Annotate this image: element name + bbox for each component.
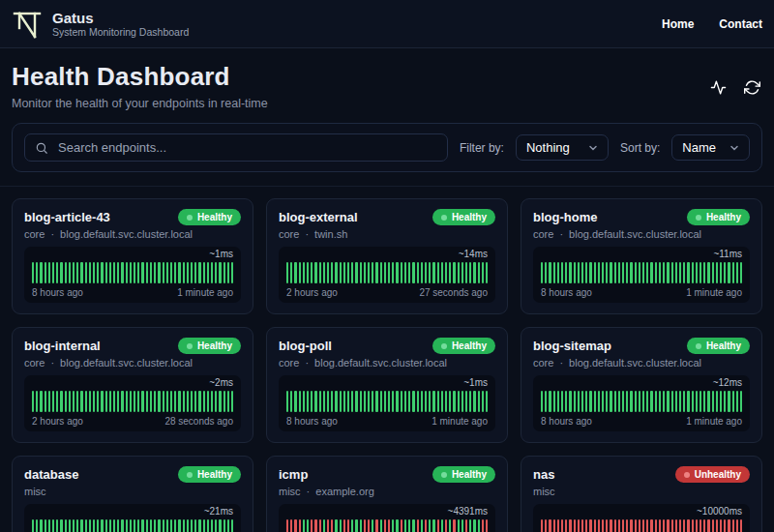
uptime-bar-up[interactable] (85, 391, 87, 412)
uptime-bar-up[interactable] (703, 262, 705, 283)
uptime-bar-up[interactable] (130, 519, 132, 532)
uptime-bar-up[interactable] (355, 262, 357, 283)
uptime-bar-up[interactable] (360, 391, 362, 412)
uptime-bar-down[interactable] (687, 519, 689, 532)
uptime-bar-up[interactable] (154, 391, 156, 412)
uptime-bar-down[interactable] (364, 519, 366, 532)
uptime-bar-up[interactable] (360, 519, 362, 532)
uptime-bar-down[interactable] (610, 519, 611, 532)
uptime-bar-up[interactable] (578, 391, 580, 412)
uptime-bar-up[interactable] (461, 391, 463, 412)
uptime-bar-up[interactable] (478, 519, 480, 532)
uptime-bar-up[interactable] (565, 262, 567, 283)
uptime-bar-up[interactable] (231, 519, 233, 532)
uptime-bar-down[interactable] (622, 519, 624, 532)
uptime-bar-up[interactable] (117, 262, 119, 283)
uptime-bar-up[interactable] (429, 519, 431, 532)
uptime-bar-up[interactable] (331, 262, 333, 283)
uptime-bar-down[interactable] (569, 519, 571, 532)
uptime-bar-down[interactable] (465, 519, 467, 532)
uptime-bar-up[interactable] (327, 391, 329, 412)
uptime-bar-up[interactable] (191, 519, 193, 532)
uptime-bar-up[interactable] (622, 262, 624, 283)
uptime-bar-up[interactable] (219, 262, 221, 283)
uptime-bar-up[interactable] (323, 391, 325, 412)
uptime-bar-up[interactable] (372, 262, 373, 283)
uptime-bar-up[interactable] (52, 262, 54, 283)
uptime-bar-down[interactable] (626, 519, 628, 532)
uptime-bar-up[interactable] (101, 519, 103, 532)
uptime-bar-up[interactable] (557, 262, 559, 283)
uptime-bar-up[interactable] (40, 391, 42, 412)
uptime-bar-down[interactable] (663, 519, 665, 532)
uptime-bar-up[interactable] (207, 262, 209, 283)
uptime-bar-up[interactable] (626, 262, 628, 283)
uptime-bar-down[interactable] (683, 519, 685, 532)
uptime-bar-up[interactable] (347, 391, 349, 412)
uptime-bar-up[interactable] (594, 262, 596, 283)
uptime-bar-down[interactable] (557, 519, 559, 532)
uptime-bar-up[interactable] (380, 391, 382, 412)
uptime-bar-up[interactable] (141, 262, 143, 283)
uptime-bar-up[interactable] (574, 262, 576, 283)
uptime-bar-up[interactable] (327, 262, 329, 283)
endpoint-card[interactable]: blog-sitemap Healthy core · blog.default… (521, 327, 762, 443)
uptime-bar-down[interactable] (635, 519, 637, 532)
uptime-bar-up[interactable] (109, 519, 111, 532)
uptime-bar-up[interactable] (303, 262, 305, 283)
uptime-bar-up[interactable] (598, 391, 600, 412)
uptime-bar-up[interactable] (675, 262, 677, 283)
uptime-bar-up[interactable] (412, 262, 414, 283)
uptime-bar-up[interactable] (89, 519, 91, 532)
uptime-bar-up[interactable] (610, 262, 611, 283)
uptime-bar-down[interactable] (368, 519, 370, 532)
uptime-bar-up[interactable] (384, 262, 386, 283)
uptime-bar-up[interactable] (469, 391, 471, 412)
uptime-bar-up[interactable] (441, 262, 443, 283)
uptime-bar-up[interactable] (432, 519, 434, 532)
uptime-bar-up[interactable] (150, 391, 152, 412)
uptime-bar-up[interactable] (429, 262, 431, 283)
nav-link-home[interactable]: Home (662, 17, 694, 31)
uptime-bar-up[interactable] (286, 262, 288, 283)
uptime-bar-up[interactable] (478, 391, 480, 412)
uptime-bar-up[interactable] (610, 391, 611, 412)
uptime-bar-up[interactable] (578, 262, 580, 283)
uptime-bar-up[interactable] (384, 391, 386, 412)
uptime-bar-up[interactable] (445, 391, 447, 412)
uptime-bar-up[interactable] (375, 262, 377, 283)
uptime-bar-up[interactable] (574, 391, 576, 412)
uptime-bar-up[interactable] (700, 391, 701, 412)
uptime-bar-down[interactable] (639, 519, 640, 532)
refresh-button[interactable] (744, 79, 760, 96)
uptime-bar-up[interactable] (121, 262, 123, 283)
uptime-bar-down[interactable] (720, 519, 722, 532)
uptime-bar-down[interactable] (574, 519, 576, 532)
uptime-bar-up[interactable] (146, 391, 148, 412)
uptime-bar-up[interactable] (340, 262, 342, 283)
uptime-bar-down[interactable] (294, 519, 296, 532)
uptime-bar-up[interactable] (712, 391, 714, 412)
uptime-bar-up[interactable] (40, 262, 42, 283)
uptime-bar-up[interactable] (45, 391, 46, 412)
uptime-bar-up[interactable] (606, 262, 608, 283)
uptime-bar-up[interactable] (401, 262, 402, 283)
uptime-bar-up[interactable] (417, 391, 419, 412)
uptime-bar-up[interactable] (113, 262, 115, 283)
uptime-bar-down[interactable] (740, 519, 742, 532)
uptime-bar-up[interactable] (163, 262, 164, 283)
uptime-bar-up[interactable] (553, 391, 555, 412)
uptime-bar-up[interactable] (692, 391, 694, 412)
uptime-bar-up[interactable] (307, 262, 309, 283)
endpoint-card[interactable]: blog-poll Healthy core · blog.default.sv… (266, 327, 508, 443)
uptime-bar-up[interactable] (80, 391, 82, 412)
uptime-bar-up[interactable] (45, 519, 46, 532)
uptime-bar-up[interactable] (101, 262, 103, 283)
uptime-bar-down[interactable] (675, 519, 677, 532)
uptime-bar-up[interactable] (194, 519, 196, 532)
uptime-bar-up[interactable] (311, 262, 313, 283)
uptime-bar-up[interactable] (158, 391, 160, 412)
uptime-bar-up[interactable] (45, 262, 46, 283)
uptime-bar-up[interactable] (117, 391, 119, 412)
uptime-bar-up[interactable] (465, 262, 467, 283)
